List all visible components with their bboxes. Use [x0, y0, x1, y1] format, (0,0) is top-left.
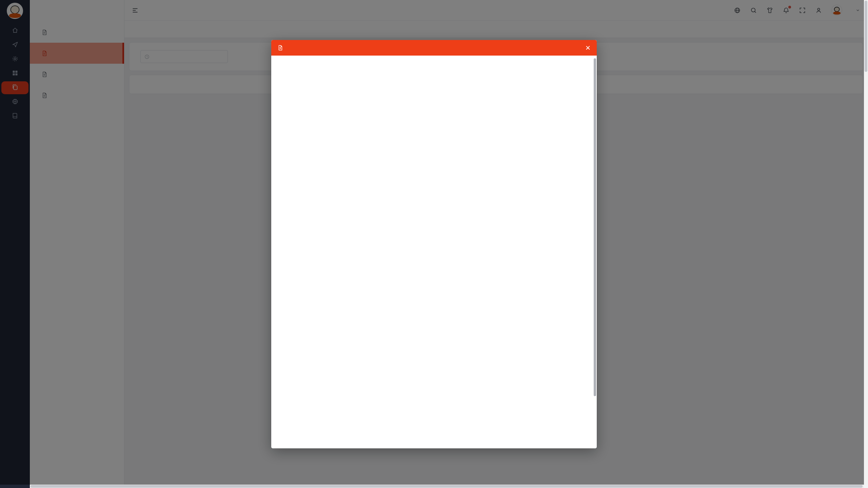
document-icon: [277, 45, 283, 51]
vertical-scrollbar-thumb[interactable]: [865, 1, 867, 72]
close-icon[interactable]: ✕: [585, 45, 591, 51]
horizontal-scrollbar[interactable]: [30, 485, 864, 488]
log-detail-modal: ✕: [271, 40, 597, 448]
modal-header: ✕: [271, 40, 597, 56]
vertical-scrollbar[interactable]: [864, 0, 868, 485]
log-text: [271, 56, 597, 60]
horizontal-scrollbar-thumb[interactable]: [31, 485, 863, 488]
modal-scrollbar[interactable]: [594, 58, 596, 396]
modal-body: [271, 56, 597, 448]
